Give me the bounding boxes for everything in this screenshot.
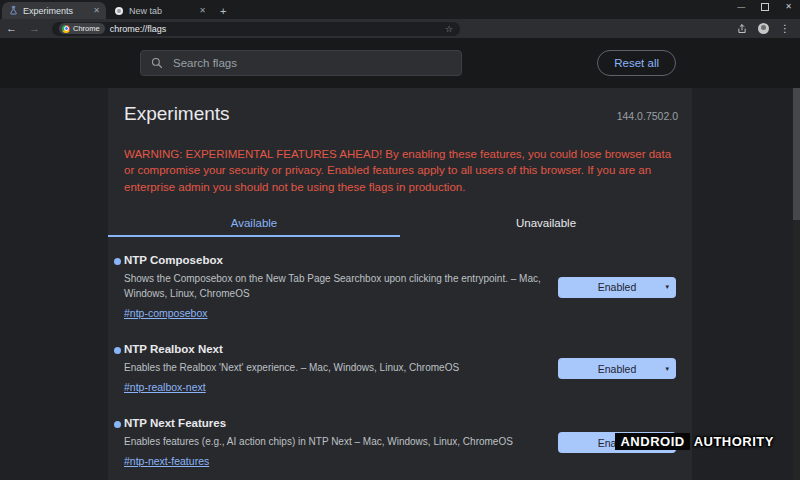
back-icon[interactable]: ← <box>0 23 23 34</box>
scrollbar <box>793 88 800 480</box>
close-tab-icon[interactable]: ✕ <box>199 7 206 15</box>
watermark-left: ANDROID <box>615 433 689 450</box>
chevron-down-icon: ▾ <box>665 365 669 373</box>
flags-header-bar: Reset all <box>0 38 800 88</box>
flag-dot-icon <box>114 347 121 354</box>
page-title: Experiments <box>124 103 230 125</box>
flag-description: Shows the Composebox on the New Tab Page… <box>124 271 550 301</box>
watermark-right: AUTHORITY <box>690 433 776 450</box>
page-header: Experiments 144.0.7502.0 <box>108 88 692 125</box>
search-box[interactable] <box>140 50 462 76</box>
availability-tabs: Available Unavailable <box>108 209 692 237</box>
flag-value: Enabled <box>598 363 637 375</box>
watermark: ANDROID AUTHORITY <box>615 433 776 450</box>
browser-titlebar: Experiments ✕ New tab ✕ + — ✕ <box>0 0 800 19</box>
chrome-logo-icon <box>62 25 70 33</box>
chrome-favicon-icon <box>114 6 124 16</box>
minimize-icon[interactable]: — <box>737 3 745 11</box>
bookmark-star-icon[interactable]: ☆ <box>445 24 453 34</box>
new-tab-button[interactable]: + <box>212 5 234 19</box>
flag-dot-icon <box>114 421 121 428</box>
flag-name: NTP Realbox Next <box>124 343 550 355</box>
tab-title: Experiments <box>23 6 88 16</box>
flag-row: NTP Next Features Enables features (e.g.… <box>108 406 692 480</box>
toolbar-actions: ⋮ <box>737 23 800 34</box>
close-window-icon[interactable]: ✕ <box>785 3 792 11</box>
tab-title: New tab <box>129 6 194 16</box>
scrollbar-thumb[interactable] <box>793 88 800 220</box>
flag-info: NTP Realbox Next Enables the Realbox 'Ne… <box>124 343 550 395</box>
flag-row: NTP Composebox Shows the Composebox on t… <box>108 243 692 332</box>
flag-link[interactable]: #ntp-composebox <box>124 307 207 319</box>
flag-value: Enabled <box>598 281 637 293</box>
browser-toolbar: ← → Chrome chrome://flags ☆ ⋮ <box>0 19 800 38</box>
flag-value-dropdown[interactable]: Enabled ▾ <box>558 358 676 379</box>
maximize-icon[interactable] <box>761 3 769 11</box>
flag-info: NTP Next Features Enables features (e.g.… <box>124 417 550 469</box>
chrome-badge: Chrome <box>59 23 105 34</box>
flag-name: NTP Composebox <box>124 254 550 266</box>
tab-experiments[interactable]: Experiments ✕ <box>2 2 106 19</box>
flag-info: NTP Composebox Shows the Composebox on t… <box>124 254 550 321</box>
tab-new-tab[interactable]: New tab ✕ <box>108 2 212 19</box>
warning-text: WARNING: EXPERIMENTAL FEATURES AHEAD! By… <box>108 137 692 196</box>
flag-list: NTP Composebox Shows the Composebox on t… <box>108 243 692 480</box>
menu-icon[interactable]: ⋮ <box>780 24 790 34</box>
profile-avatar[interactable] <box>758 23 769 34</box>
flag-description: Enables the Realbox 'Next' experience. –… <box>124 360 550 375</box>
share-icon[interactable] <box>737 24 747 34</box>
forward-icon[interactable]: → <box>23 23 46 34</box>
window-controls: — ✕ <box>737 3 792 11</box>
chrome-badge-label: Chrome <box>73 24 100 33</box>
flag-name: NTP Next Features <box>124 417 550 429</box>
flag-link[interactable]: #ntp-next-features <box>124 455 209 467</box>
tab-unavailable[interactable]: Unavailable <box>400 209 692 237</box>
flag-value-dropdown[interactable]: Enabled ▾ <box>558 277 676 298</box>
flask-icon <box>8 6 18 16</box>
warning-lead: WARNING: EXPERIMENTAL FEATURES AHEAD! <box>124 148 382 160</box>
experiments-page: Experiments 144.0.7502.0 WARNING: EXPERI… <box>108 88 692 480</box>
chevron-down-icon: ▾ <box>665 283 669 291</box>
url-text: chrome://flags <box>110 24 167 34</box>
reset-all-button[interactable]: Reset all <box>597 50 676 76</box>
flag-link[interactable]: #ntp-realbox-next <box>124 381 206 393</box>
address-bar[interactable]: Chrome chrome://flags ☆ <box>52 22 460 36</box>
flag-dot-icon <box>114 258 121 265</box>
flag-row: NTP Realbox Next Enables the Realbox 'Ne… <box>108 332 692 406</box>
version-number: 144.0.7502.0 <box>617 110 678 122</box>
close-tab-icon[interactable]: ✕ <box>93 7 100 15</box>
tab-available[interactable]: Available <box>108 209 400 237</box>
search-input[interactable] <box>171 56 451 70</box>
search-icon <box>151 57 163 69</box>
flag-description: Enables features (e.g., AI action chips)… <box>124 434 550 449</box>
